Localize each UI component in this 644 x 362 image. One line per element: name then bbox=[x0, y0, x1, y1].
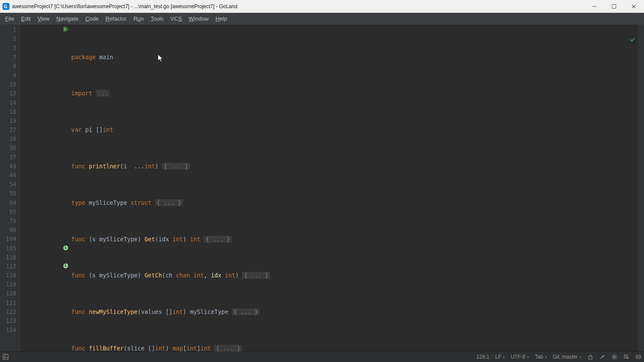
menu-edit[interactable]: Edit bbox=[18, 14, 34, 23]
line-number[interactable]: 119 bbox=[0, 280, 21, 289]
line-number[interactable]: 7 bbox=[0, 53, 21, 62]
close-button[interactable] bbox=[628, 2, 640, 11]
line-number[interactable]: 64 bbox=[0, 198, 21, 207]
menu-navigate[interactable]: Navigate bbox=[53, 14, 82, 23]
error-stripe[interactable] bbox=[638, 24, 644, 351]
run-test-icon[interactable] bbox=[63, 245, 69, 251]
menu-view[interactable]: View bbox=[34, 14, 53, 23]
svg-text:G: G bbox=[4, 4, 7, 9]
line-number[interactable]: 1 bbox=[0, 25, 21, 34]
line-number[interactable]: 3 bbox=[0, 43, 21, 52]
line-number[interactable]: 14 bbox=[0, 98, 21, 107]
line-number[interactable]: 44 bbox=[0, 171, 21, 180]
line-number[interactable]: 54 bbox=[0, 180, 21, 189]
editor[interactable]: 1237891013141819272836374344545564657980… bbox=[0, 24, 644, 351]
inspection-ok-icon[interactable] bbox=[608, 27, 635, 55]
line-number[interactable]: 121 bbox=[0, 298, 21, 307]
line-number[interactable]: 80 bbox=[0, 225, 21, 234]
line-number[interactable]: 19 bbox=[0, 116, 21, 125]
line-number[interactable]: 117 bbox=[0, 262, 21, 271]
menu-code[interactable]: Code bbox=[82, 14, 102, 23]
menu-help[interactable]: Help bbox=[212, 14, 231, 23]
menu-window[interactable]: Window bbox=[185, 14, 212, 23]
line-number[interactable]: 9 bbox=[0, 71, 21, 80]
line-number[interactable]: 55 bbox=[0, 189, 21, 198]
line-number[interactable]: 2 bbox=[0, 34, 21, 43]
line-number[interactable]: 8 bbox=[0, 62, 21, 71]
line-number[interactable]: 124 bbox=[0, 325, 21, 335]
app-icon: G bbox=[3, 3, 9, 10]
tool-windows-button[interactable] bbox=[3, 354, 9, 360]
main-menu: File Edit View Navigate Code Refactor Ru… bbox=[0, 13, 644, 24]
svg-marker-6 bbox=[64, 27, 68, 32]
svg-rect-12 bbox=[3, 354, 8, 359]
menu-vcs[interactable]: VCS bbox=[167, 14, 185, 23]
menu-refactor[interactable]: Refactor bbox=[102, 14, 130, 23]
line-number[interactable]: 43 bbox=[0, 162, 21, 171]
window-title: awesomeProject7 [C:\Users\flori\awesomeP… bbox=[12, 3, 588, 9]
menu-file[interactable]: File bbox=[2, 14, 18, 23]
svg-rect-3 bbox=[612, 4, 616, 8]
menu-tools[interactable]: Tools bbox=[147, 14, 167, 23]
line-number[interactable]: 28 bbox=[0, 134, 21, 143]
line-number[interactable]: 123 bbox=[0, 316, 21, 325]
line-number[interactable]: 36 bbox=[0, 143, 21, 152]
window-controls bbox=[588, 2, 640, 11]
icon-gutter[interactable] bbox=[21, 24, 71, 351]
line-number[interactable]: 10 bbox=[0, 80, 21, 89]
maximize-button[interactable] bbox=[608, 2, 620, 11]
code-content[interactable]: package main import ... var pi []int fun… bbox=[71, 24, 638, 351]
line-number[interactable]: 13 bbox=[0, 89, 21, 98]
line-number[interactable]: 27 bbox=[0, 125, 21, 134]
window-titlebar: G awesomeProject7 [C:\Users\flori\awesom… bbox=[0, 0, 644, 13]
line-number[interactable]: 116 bbox=[0, 253, 21, 262]
run-test-icon[interactable] bbox=[63, 263, 69, 269]
line-number-gutter[interactable]: 1237891013141819272836374344545564657980… bbox=[0, 24, 21, 351]
line-number[interactable]: 18 bbox=[0, 107, 21, 116]
line-number[interactable]: 65 bbox=[0, 207, 21, 216]
line-number[interactable]: 120 bbox=[0, 289, 21, 298]
line-number[interactable]: 105 bbox=[0, 244, 21, 253]
line-number[interactable]: 79 bbox=[0, 216, 21, 225]
minimize-button[interactable] bbox=[588, 2, 600, 11]
line-number[interactable]: 37 bbox=[0, 153, 21, 162]
menu-run[interactable]: Run bbox=[130, 14, 147, 23]
line-number[interactable]: 118 bbox=[0, 271, 21, 280]
line-number[interactable]: 104 bbox=[0, 234, 21, 243]
line-number[interactable]: 122 bbox=[0, 307, 21, 316]
run-icon[interactable] bbox=[63, 26, 69, 32]
